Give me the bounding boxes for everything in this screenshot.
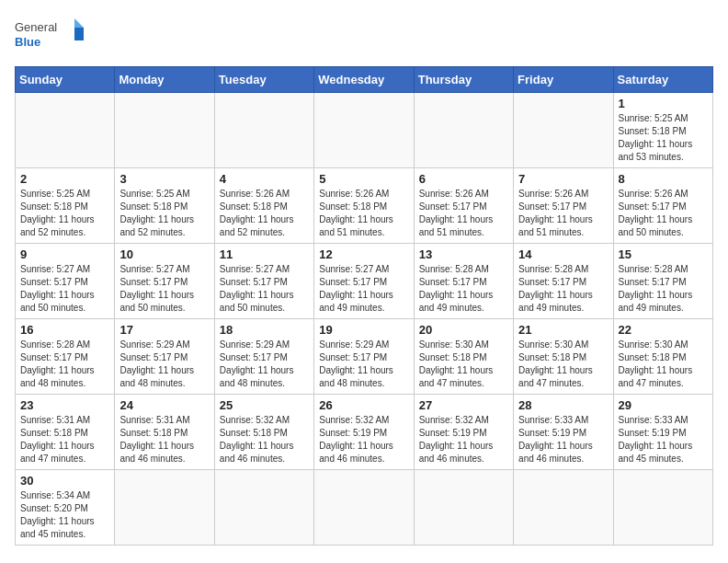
calendar-cell: [514, 93, 613, 168]
logo-svg: General Blue: [15, 15, 88, 55]
calendar-cell: 8Sunrise: 5:26 AMSunset: 5:17 PMDaylight…: [613, 168, 712, 244]
calendar-cell: 3Sunrise: 5:25 AMSunset: 5:18 PMDaylight…: [115, 168, 214, 244]
calendar-cell: 2Sunrise: 5:25 AMSunset: 5:18 PMDaylight…: [16, 168, 115, 244]
calendar-cell: 16Sunrise: 5:28 AMSunset: 5:17 PMDayligh…: [16, 319, 115, 395]
calendar-cell: [214, 470, 313, 546]
day-number: 8: [619, 172, 708, 186]
calendar-cell: [314, 470, 414, 546]
day-info: Sunrise: 5:26 AMSunset: 5:17 PMDaylight:…: [619, 188, 708, 239]
day-number: 9: [20, 247, 109, 261]
calendar-week-row: 16Sunrise: 5:28 AMSunset: 5:17 PMDayligh…: [16, 319, 713, 395]
calendar-cell: 5Sunrise: 5:26 AMSunset: 5:18 PMDaylight…: [314, 168, 414, 244]
day-of-week-tuesday: Tuesday: [214, 67, 313, 93]
day-of-week-thursday: Thursday: [414, 67, 513, 93]
day-number: 17: [119, 323, 209, 337]
day-number: 15: [619, 247, 708, 261]
day-info: Sunrise: 5:28 AMSunset: 5:17 PMDaylight:…: [619, 263, 708, 315]
day-info: Sunrise: 5:31 AMSunset: 5:18 PMDaylight:…: [20, 414, 109, 465]
calendar-cell: 27Sunrise: 5:32 AMSunset: 5:19 PMDayligh…: [414, 395, 513, 470]
day-number: 27: [419, 398, 508, 412]
day-info: Sunrise: 5:25 AMSunset: 5:18 PMDaylight:…: [119, 188, 209, 239]
calendar-cell: 21Sunrise: 5:30 AMSunset: 5:18 PMDayligh…: [514, 319, 613, 395]
calendar-cell: 28Sunrise: 5:33 AMSunset: 5:19 PMDayligh…: [514, 395, 613, 470]
day-info: Sunrise: 5:27 AMSunset: 5:17 PMDaylight:…: [119, 263, 209, 315]
day-number: 1: [619, 97, 708, 110]
header: General Blue: [15, 15, 713, 55]
calendar-cell: 15Sunrise: 5:28 AMSunset: 5:17 PMDayligh…: [613, 244, 712, 319]
day-number: 30: [20, 474, 109, 488]
day-info: Sunrise: 5:27 AMSunset: 5:17 PMDaylight:…: [319, 263, 408, 315]
calendar-cell: 6Sunrise: 5:26 AMSunset: 5:17 PMDaylight…: [414, 168, 513, 244]
calendar-cell: 7Sunrise: 5:26 AMSunset: 5:17 PMDaylight…: [514, 168, 613, 244]
day-of-week-sunday: Sunday: [16, 67, 115, 93]
calendar-cell: 13Sunrise: 5:28 AMSunset: 5:17 PMDayligh…: [414, 244, 513, 319]
calendar-cell: 11Sunrise: 5:27 AMSunset: 5:17 PMDayligh…: [214, 244, 313, 319]
day-info: Sunrise: 5:27 AMSunset: 5:17 PMDaylight:…: [220, 263, 309, 315]
day-info: Sunrise: 5:32 AMSunset: 5:19 PMDaylight:…: [319, 414, 408, 465]
calendar-cell: [214, 93, 313, 168]
day-number: 6: [419, 172, 508, 186]
day-number: 14: [518, 247, 608, 261]
calendar-week-row: 2Sunrise: 5:25 AMSunset: 5:18 PMDaylight…: [16, 168, 713, 244]
day-info: Sunrise: 5:27 AMSunset: 5:17 PMDaylight:…: [20, 263, 109, 315]
calendar-cell: [414, 470, 513, 546]
day-number: 13: [419, 247, 508, 261]
day-info: Sunrise: 5:34 AMSunset: 5:20 PMDaylight:…: [20, 489, 109, 541]
svg-text:Blue: Blue: [15, 35, 40, 49]
calendar-week-row: 9Sunrise: 5:27 AMSunset: 5:17 PMDaylight…: [16, 244, 713, 319]
svg-text:General: General: [15, 20, 57, 34]
calendar-cell: 29Sunrise: 5:33 AMSunset: 5:19 PMDayligh…: [613, 395, 712, 470]
calendar-cell: [314, 93, 414, 168]
day-info: Sunrise: 5:26 AMSunset: 5:17 PMDaylight:…: [419, 188, 508, 239]
calendar-cell: 25Sunrise: 5:32 AMSunset: 5:18 PMDayligh…: [214, 395, 313, 470]
day-info: Sunrise: 5:32 AMSunset: 5:18 PMDaylight:…: [220, 414, 309, 465]
day-number: 18: [220, 323, 309, 337]
calendar-cell: 4Sunrise: 5:26 AMSunset: 5:18 PMDaylight…: [214, 168, 313, 244]
calendar-cell: 24Sunrise: 5:31 AMSunset: 5:18 PMDayligh…: [115, 395, 214, 470]
day-info: Sunrise: 5:29 AMSunset: 5:17 PMDaylight:…: [119, 339, 209, 390]
calendar-cell: 26Sunrise: 5:32 AMSunset: 5:19 PMDayligh…: [314, 395, 414, 470]
day-info: Sunrise: 5:28 AMSunset: 5:17 PMDaylight:…: [518, 263, 608, 315]
calendar-cell: [115, 470, 214, 546]
calendar-cell: [115, 93, 214, 168]
day-number: 22: [619, 323, 708, 337]
day-number: 12: [319, 247, 408, 261]
calendar-cell: [414, 93, 513, 168]
day-info: Sunrise: 5:30 AMSunset: 5:18 PMDaylight:…: [518, 339, 608, 390]
day-number: 4: [220, 172, 309, 186]
day-number: 29: [619, 398, 708, 412]
day-info: Sunrise: 5:26 AMSunset: 5:18 PMDaylight:…: [319, 188, 408, 239]
day-info: Sunrise: 5:25 AMSunset: 5:18 PMDaylight:…: [619, 112, 708, 164]
day-number: 5: [319, 172, 408, 186]
calendar-cell: 17Sunrise: 5:29 AMSunset: 5:17 PMDayligh…: [115, 319, 214, 395]
calendar-cell: 10Sunrise: 5:27 AMSunset: 5:17 PMDayligh…: [115, 244, 214, 319]
svg-marker-2: [74, 18, 84, 28]
day-number: 20: [419, 323, 508, 337]
calendar-cell: [16, 93, 115, 168]
svg-rect-3: [74, 28, 84, 40]
calendar-cell: [613, 470, 712, 546]
day-info: Sunrise: 5:28 AMSunset: 5:17 PMDaylight:…: [20, 339, 109, 390]
calendar-cell: 19Sunrise: 5:29 AMSunset: 5:17 PMDayligh…: [314, 319, 414, 395]
calendar-cell: 12Sunrise: 5:27 AMSunset: 5:17 PMDayligh…: [314, 244, 414, 319]
calendar-cell: 23Sunrise: 5:31 AMSunset: 5:18 PMDayligh…: [16, 395, 115, 470]
day-number: 21: [518, 323, 608, 337]
day-info: Sunrise: 5:32 AMSunset: 5:19 PMDaylight:…: [419, 414, 508, 465]
day-info: Sunrise: 5:28 AMSunset: 5:17 PMDaylight:…: [419, 263, 508, 315]
day-number: 19: [319, 323, 408, 337]
day-info: Sunrise: 5:33 AMSunset: 5:19 PMDaylight:…: [619, 414, 708, 465]
day-number: 25: [220, 398, 309, 412]
day-number: 26: [319, 398, 408, 412]
calendar-week-row: 1Sunrise: 5:25 AMSunset: 5:18 PMDaylight…: [16, 93, 713, 168]
day-info: Sunrise: 5:33 AMSunset: 5:19 PMDaylight:…: [518, 414, 608, 465]
day-info: Sunrise: 5:25 AMSunset: 5:18 PMDaylight:…: [20, 188, 109, 239]
day-info: Sunrise: 5:29 AMSunset: 5:17 PMDaylight:…: [220, 339, 309, 390]
calendar-cell: 30Sunrise: 5:34 AMSunset: 5:20 PMDayligh…: [16, 470, 115, 546]
calendar-header-row: SundayMondayTuesdayWednesdayThursdayFrid…: [16, 67, 713, 93]
calendar-table: SundayMondayTuesdayWednesdayThursdayFrid…: [15, 66, 713, 546]
day-number: 23: [20, 398, 109, 412]
calendar-week-row: 23Sunrise: 5:31 AMSunset: 5:18 PMDayligh…: [16, 395, 713, 470]
logo: General Blue: [15, 15, 88, 55]
day-number: 11: [220, 247, 309, 261]
day-number: 16: [20, 323, 109, 337]
